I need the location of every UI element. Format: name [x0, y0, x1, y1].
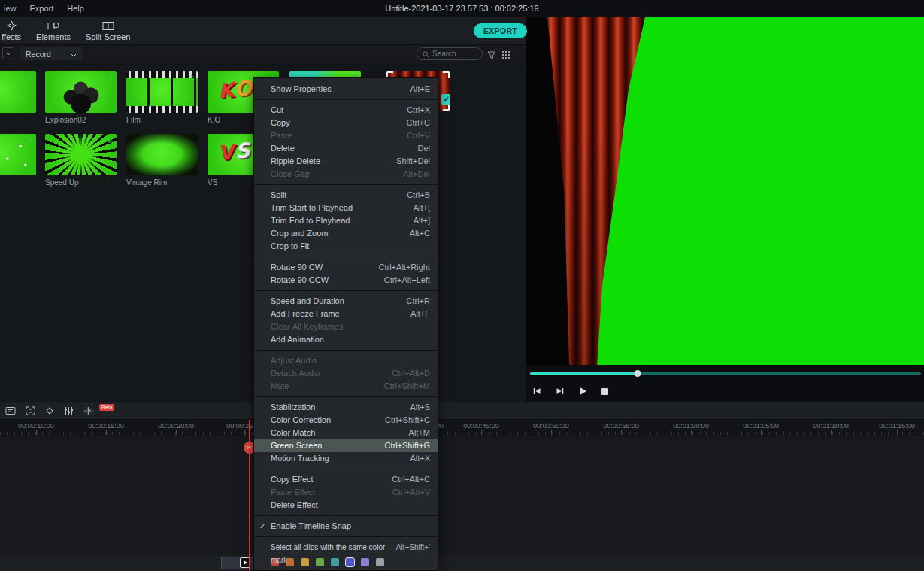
screen-icon[interactable] [5, 406, 16, 415]
search-box[interactable] [417, 47, 483, 60]
art-letter: S [234, 138, 253, 163]
menu-item-shortcut: Ctrl+Alt+V [392, 486, 430, 499]
download-icon[interactable] [26, 73, 34, 80]
stop-button[interactable] [600, 387, 610, 396]
menu-item-shortcut: Ctrl+V [407, 129, 430, 142]
menu-item-delete-effect[interactable]: Delete Effect [254, 499, 438, 512]
color-swatch[interactable] [301, 558, 309, 566]
menu-item-label: Copy Effect [271, 473, 314, 486]
menu-item-delete[interactable]: DeleteDel [254, 142, 438, 155]
menu-item-trim-end-to-playhead[interactable]: Trim End to PlayheadAlt+] [254, 214, 438, 227]
titlebar: iewExportHelp Untitle-2021-03-17 23 57 5… [0, 0, 924, 17]
check-icon: ✓ [259, 520, 265, 533]
seek-bar[interactable] [530, 372, 921, 375]
timeline-ruler[interactable]: 00:00:10:0000:00:15:0000:00:20:0000:00:2… [0, 420, 924, 436]
context-menu: Show PropertiesAlt+ECutCtrl+XCopyCtrl+CP… [253, 77, 438, 571]
video-preview [526, 17, 924, 365]
menu-item-color-match[interactable]: Color MatchAlt+M [254, 427, 438, 439]
download-icon[interactable] [107, 73, 114, 80]
record-label: Record [26, 50, 51, 59]
download-icon[interactable] [26, 135, 34, 143]
color-swatch[interactable] [346, 558, 354, 566]
menu-item-shortcut: Ctrl+B [407, 189, 430, 202]
menu-item-select-all-clips-with-the-same-color-mark[interactable]: Select all clips with the same color mar… [254, 541, 438, 554]
seek-handle[interactable] [635, 370, 641, 377]
selection-corner [443, 104, 450, 111]
menu-item-color-correction[interactable]: Color CorrectionCtrl+Shift+C [254, 414, 438, 427]
menu-help[interactable]: Help [67, 4, 84, 13]
menu-item-copy-effect[interactable]: Copy EffectCtrl+Alt+C [254, 473, 438, 486]
film-frames [126, 78, 198, 106]
collapse-panel-button[interactable] [2, 47, 14, 59]
clip-thumbnail [126, 71, 198, 113]
menu-item-cut[interactable]: CutCtrl+X [254, 104, 438, 117]
play-button[interactable] [577, 385, 589, 397]
menu-item-label: Crop and Zoom [271, 227, 328, 240]
menu-item-shortcut: Ctrl+Alt+C [392, 473, 430, 486]
menu-export[interactable]: Export [30, 4, 54, 13]
reframe-icon[interactable] [26, 406, 35, 415]
menu-iew[interactable]: iew [4, 4, 17, 13]
menu-item-label: Trim Start to Playhead [271, 202, 353, 214]
menu-item-rotate-90-ccw[interactable]: Rotate 90 CCWCtrl+Alt+Left [254, 274, 438, 287]
menu-item-label: Crop to Fit [271, 240, 309, 253]
media-clip-film[interactable]: Film [126, 71, 198, 124]
color-swatch[interactable] [316, 558, 324, 566]
next-frame-button[interactable] [554, 386, 566, 396]
art-letter: V [217, 140, 237, 165]
menu-item-rotate-90-cw[interactable]: Rotate 90 CWCtrl+Alt+Right [254, 261, 438, 274]
search-input[interactable] [432, 50, 476, 58]
menu-item-shortcut: Alt+C [410, 227, 430, 240]
menu-separator [254, 515, 438, 516]
media-clip-speed-up[interactable]: Speed Up [45, 134, 117, 187]
mixer-icon[interactable] [64, 406, 74, 415]
menu-item-ripple-delete[interactable]: Ripple DeleteShift+Del [254, 155, 438, 168]
tab-ffects[interactable]: ffects [2, 17, 21, 44]
export-button[interactable]: EXPORT [474, 23, 527, 38]
menu-item-motion-tracking[interactable]: Motion TrackingAlt+X [254, 452, 438, 465]
menu-item-split[interactable]: SplitCtrl+B [254, 189, 438, 202]
keyframe-icon[interactable] [45, 406, 54, 415]
denoise-icon[interactable] [83, 406, 94, 415]
tab-split-screen[interactable]: Split Screen [86, 17, 130, 44]
media-clip[interactable] [0, 71, 36, 113]
media-clip[interactable] [0, 134, 36, 175]
color-swatch[interactable] [376, 558, 384, 566]
menu-item-show-properties[interactable]: Show PropertiesAlt+E [254, 83, 438, 96]
media-clip-vintage-rim[interactable]: Vintage Rim [126, 134, 198, 187]
timeline: Beta 00:00:10:0000:00:15:0000:00:20:0000… [0, 402, 924, 571]
menu-item-copy[interactable]: CopyCtrl+C [254, 117, 438, 129]
tab-elements[interactable]: Elements [36, 17, 71, 44]
download-icon[interactable] [188, 73, 195, 80]
clip-thumbnail [45, 134, 117, 175]
menu-item-label: Add Freeze Frame [271, 308, 340, 320]
menu-item-add-freeze-frame[interactable]: Add Freeze FrameAlt+F [254, 308, 438, 320]
download-icon[interactable] [188, 135, 195, 143]
filter-icon[interactable] [487, 49, 496, 62]
menu-item-crop-and-zoom[interactable]: Crop and ZoomAlt+C [254, 227, 438, 240]
color-swatch[interactable] [331, 558, 339, 566]
menu-item-shortcut: Shift+Del [396, 155, 430, 168]
menu-item-label: Copy [271, 117, 290, 129]
prev-frame-button[interactable] [531, 386, 543, 396]
toolbar-tabs: ffectsElementsSplit Screen [0, 17, 526, 44]
menu-item-shortcut: Alt+X [410, 452, 430, 465]
menu-item-stabilization[interactable]: StabilizationAlt+S [254, 401, 438, 414]
menu-item-speed-and-duration[interactable]: Speed and DurationCtrl+R [254, 295, 438, 308]
menu-item-paste-effect: Paste EffectCtrl+Alt+V [254, 486, 438, 499]
ruler-timecode: 00:01:00:00 [673, 422, 709, 430]
menu-item-enable-timeline-snap[interactable]: ✓Enable Timeline Snap [254, 520, 438, 533]
download-icon[interactable] [107, 135, 114, 143]
menu-separator [254, 536, 438, 537]
media-clip-explosion02[interactable]: Explosion02 [45, 71, 117, 124]
grid-view-icon[interactable] [502, 49, 510, 62]
menu-item-add-animation[interactable]: Add Animation [254, 333, 438, 346]
color-swatch[interactable] [361, 558, 369, 566]
ruler-timecode: 00:00:45:00 [463, 422, 499, 430]
menu-item-trim-start-to-playhead[interactable]: Trim Start to PlayheadAlt+[ [254, 202, 438, 214]
menu-item-label: Enable Timeline Snap [271, 520, 351, 533]
record-dropdown[interactable]: Record [20, 47, 82, 60]
menu-item-green-screen[interactable]: Green ScreenCtrl+Shift+G [254, 439, 438, 452]
video-editor-app: iewExportHelp Untitle-2021-03-17 23 57 5… [0, 0, 924, 571]
menu-item-crop-to-fit[interactable]: Crop to Fit [254, 240, 438, 253]
